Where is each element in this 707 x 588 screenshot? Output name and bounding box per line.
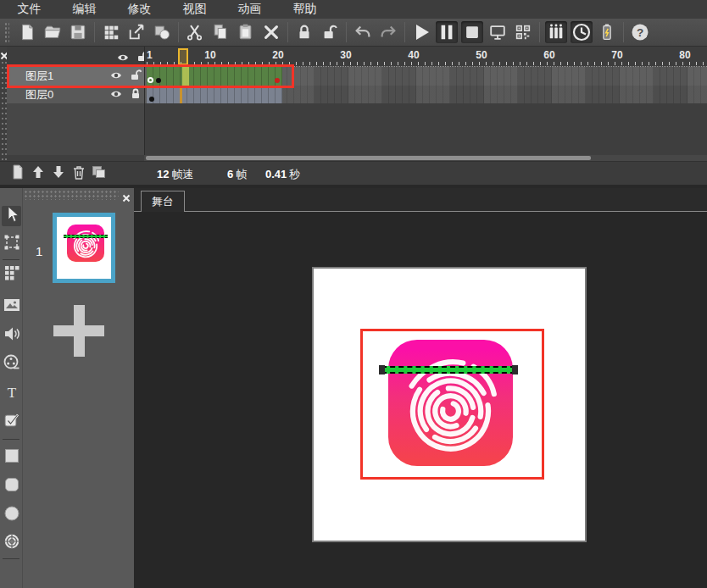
tool-image[interactable] — [2, 297, 21, 317]
layer0-frame-span[interactable] — [147, 86, 282, 104]
paste-button[interactable] — [235, 21, 257, 43]
play-button[interactable] — [410, 21, 432, 43]
tools-divider — [3, 558, 19, 559]
tool-select[interactable] — [2, 206, 21, 226]
keyframe-hollow[interactable] — [148, 77, 153, 83]
tool-video[interactable] — [2, 354, 21, 374]
layer0-visibility-eye-icon[interactable] — [110, 87, 122, 103]
shapes-button[interactable] — [151, 21, 173, 43]
add-item-plus-icon[interactable] — [74, 305, 85, 357]
redo-button[interactable] — [377, 21, 399, 43]
battery-button[interactable] — [596, 21, 618, 43]
menu-edit[interactable]: 编辑 — [57, 2, 112, 17]
new-layer-button[interactable] — [9, 165, 26, 182]
export-button[interactable] — [125, 21, 148, 43]
speaker-icon — [3, 326, 20, 345]
image-icon — [3, 297, 20, 316]
move-layer-up-button[interactable] — [30, 165, 47, 182]
clock-icon — [571, 22, 592, 42]
onion-skin-button[interactable] — [545, 21, 567, 43]
layer0-lock-icon[interactable] — [130, 87, 142, 103]
qr-code-button[interactable] — [512, 21, 534, 43]
lock-icon — [295, 23, 314, 42]
delete-button[interactable] — [260, 21, 282, 43]
fingerprint-sprite[interactable] — [388, 340, 513, 466]
layer0-frames-track[interactable] — [144, 86, 707, 104]
stop-button[interactable] — [461, 21, 483, 43]
duplicate-layer-button[interactable] — [90, 165, 107, 182]
menu-help[interactable]: 帮助 — [277, 2, 332, 17]
toolbar-separator — [178, 22, 179, 42]
layer1-name-cell[interactable]: 图层1 — [7, 67, 144, 86]
canvas-area: 舞台 — [134, 188, 707, 588]
layer1-unlock-icon[interactable] — [130, 69, 142, 84]
undo-icon — [354, 23, 372, 42]
fps-label: 帧速 — [171, 168, 193, 180]
export-icon — [127, 23, 146, 42]
timeline-panel: 1 10 20 30 40 50 60 70 80 图层1 — [0, 47, 707, 188]
keyframe-black[interactable] — [149, 97, 154, 102]
library-button[interactable] — [100, 21, 122, 43]
visibility-column-eye-icon[interactable] — [117, 51, 129, 66]
play-icon — [411, 22, 431, 42]
menu-view[interactable]: 视图 — [167, 2, 222, 17]
help-button[interactable]: ? — [629, 21, 651, 43]
layer-row-0[interactable]: 图层0 — [7, 86, 707, 104]
timeline-scrollbar-thumb[interactable] — [146, 156, 591, 160]
library-item-thumbnail[interactable] — [53, 213, 115, 283]
delete-layer-button[interactable] — [70, 165, 87, 182]
layer1-visibility-eye-icon[interactable] — [110, 69, 122, 84]
film-reel-icon — [3, 354, 20, 374]
tool-target[interactable] — [2, 533, 21, 553]
clock-button[interactable] — [571, 21, 593, 43]
stage[interactable] — [312, 267, 587, 542]
keyframe-black[interactable] — [156, 78, 161, 83]
tool-checkbox[interactable] — [2, 412, 21, 432]
arrow-down-icon — [52, 165, 65, 182]
library-panel-close-icon[interactable] — [122, 191, 131, 199]
layer-row-1[interactable]: 图层1 — [7, 67, 707, 86]
layer1-frame-span[interactable] — [147, 67, 282, 86]
tab-stage[interactable]: 舞台 — [141, 191, 185, 212]
preview-button[interactable] — [487, 21, 509, 43]
tool-ellipse[interactable] — [2, 505, 21, 525]
ruler-number: 60 — [537, 49, 562, 61]
animation-editor-window: 文件 编辑 修改 视图 动画 帮助 — [0, 0, 707, 588]
undo-button[interactable] — [352, 21, 374, 43]
open-folder-icon — [43, 23, 62, 42]
cut-button[interactable] — [184, 21, 206, 43]
new-file-button[interactable] — [16, 21, 38, 43]
unlock-button[interactable] — [319, 21, 341, 43]
layer-rows: 图层1 图层0 — [7, 66, 707, 103]
keyframe-red[interactable] — [275, 78, 280, 83]
tool-text[interactable]: T — [2, 384, 21, 404]
playhead-marker[interactable] — [178, 48, 188, 65]
tool-library[interactable] — [2, 264, 21, 285]
copy-button[interactable] — [209, 21, 231, 43]
elapsed-time-label: 秒 — [289, 168, 300, 180]
scanline-sprite[interactable] — [381, 366, 515, 374]
library-panel-drag-handle[interactable] — [24, 190, 119, 200]
tools-divider — [3, 439, 19, 440]
toolbar-drag-handle[interactable] — [3, 21, 9, 43]
timeline-scrollbar[interactable] — [144, 155, 707, 161]
save-button[interactable] — [67, 21, 89, 43]
tool-rectangle[interactable] — [2, 447, 21, 468]
ruler-number: 30 — [333, 49, 359, 61]
move-layer-down-button[interactable] — [50, 165, 67, 182]
layer0-name-cell[interactable]: 图层0 — [7, 86, 144, 104]
open-file-button[interactable] — [42, 21, 64, 43]
timeline-ruler[interactable]: 1 10 20 30 40 50 60 70 80 — [144, 47, 707, 66]
menu-animation[interactable]: 动画 — [222, 2, 277, 17]
layer1-frames-track[interactable] — [144, 67, 707, 86]
tool-transform[interactable] — [2, 234, 21, 254]
stage-tab-bar: 舞台 — [134, 188, 707, 212]
menu-bar: 文件 编辑 修改 视图 动画 帮助 — [0, 0, 707, 19]
lock-button[interactable] — [293, 21, 315, 43]
pause-button[interactable] — [436, 21, 458, 43]
delete-x-icon — [262, 23, 281, 42]
tool-audio[interactable] — [2, 325, 21, 346]
tool-rounded-rectangle[interactable] — [2, 476, 21, 496]
menu-file[interactable]: 文件 — [2, 2, 57, 17]
menu-modify[interactable]: 修改 — [112, 2, 167, 17]
